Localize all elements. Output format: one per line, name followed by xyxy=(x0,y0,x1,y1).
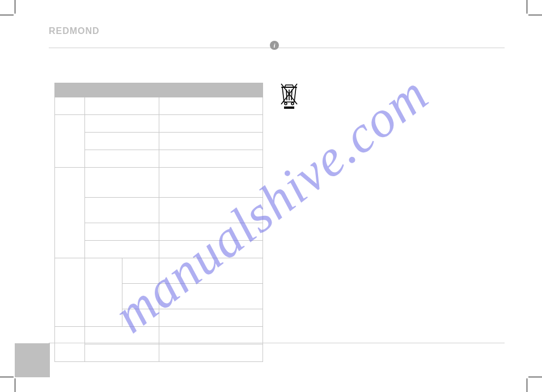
svg-point-4 xyxy=(291,103,294,105)
crop-mark xyxy=(527,378,527,392)
crop-mark xyxy=(15,378,15,392)
table-row xyxy=(55,168,263,198)
crop-mark xyxy=(0,15,14,15)
table-row xyxy=(55,241,263,258)
footer-rule xyxy=(49,343,505,343)
svg-point-3 xyxy=(285,103,287,105)
table-row xyxy=(55,223,263,241)
specs-table xyxy=(54,83,263,362)
page-area: REDMOND i xyxy=(15,15,527,377)
table-row xyxy=(55,327,263,344)
crop-mark xyxy=(15,0,15,14)
table-header xyxy=(85,83,159,97)
crop-mark xyxy=(528,377,542,377)
brand-logo: REDMOND xyxy=(49,26,100,36)
crop-mark xyxy=(0,377,14,377)
table-row xyxy=(55,344,263,362)
table-header xyxy=(55,83,85,97)
info-icon: i xyxy=(270,41,279,50)
table-header-row xyxy=(55,83,263,97)
table-header xyxy=(159,83,263,97)
table-row xyxy=(55,198,263,223)
table-row xyxy=(55,115,263,133)
table-row xyxy=(55,258,263,284)
table-row xyxy=(55,97,263,115)
weee-bin-icon xyxy=(280,82,299,109)
svg-rect-7 xyxy=(284,106,294,109)
crop-mark xyxy=(528,15,542,15)
page-number-box xyxy=(15,343,50,377)
table-row xyxy=(55,150,263,168)
table-row xyxy=(55,133,263,150)
crop-mark xyxy=(527,0,527,14)
